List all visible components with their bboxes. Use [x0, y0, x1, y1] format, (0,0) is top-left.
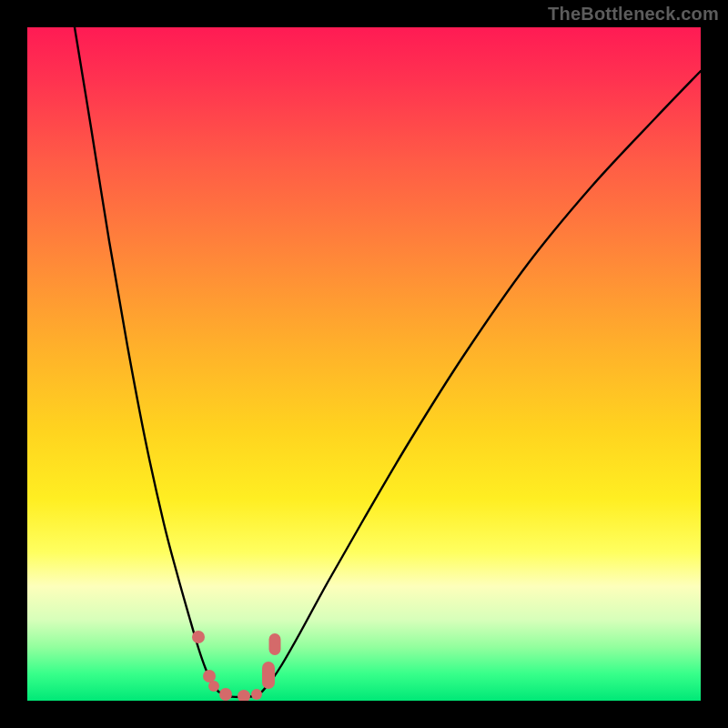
watermark-text: TheBottleneck.com [548, 4, 719, 25]
data-point-marker [238, 690, 250, 701]
curve-layer [27, 27, 701, 701]
bottleneck-curve [75, 27, 701, 697]
data-point-marker [269, 633, 281, 655]
data-point-marker [208, 681, 219, 692]
chart-frame: TheBottleneck.com [0, 0, 728, 728]
data-point-marker [251, 689, 262, 700]
plot-area [27, 27, 701, 701]
data-point-marker [262, 662, 275, 689]
curve-left-branch [75, 27, 218, 692]
data-point-marker [192, 631, 205, 643]
data-point-marker [219, 688, 232, 701]
data-point-marker [203, 670, 216, 682]
curve-right-branch [262, 71, 701, 692]
